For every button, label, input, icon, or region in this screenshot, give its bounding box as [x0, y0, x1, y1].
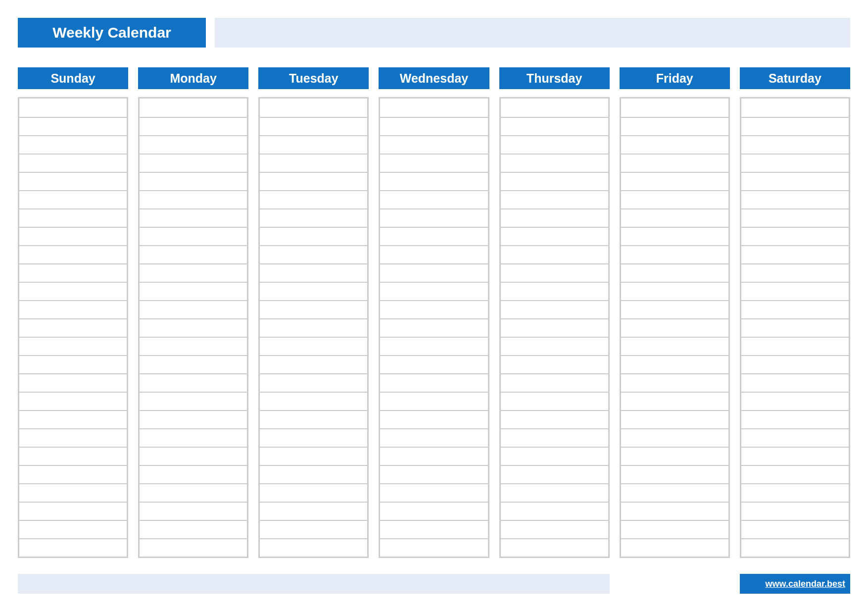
- calendar-slot[interactable]: [380, 154, 487, 172]
- calendar-slot[interactable]: [501, 263, 608, 282]
- calendar-slot[interactable]: [260, 172, 367, 190]
- calendar-slot[interactable]: [380, 117, 487, 135]
- calendar-slot[interactable]: [501, 392, 608, 410]
- calendar-slot[interactable]: [140, 190, 247, 208]
- calendar-slot[interactable]: [260, 337, 367, 355]
- calendar-slot[interactable]: [140, 538, 247, 557]
- calendar-slot[interactable]: [380, 428, 487, 447]
- calendar-slot[interactable]: [501, 465, 608, 483]
- calendar-slot[interactable]: [621, 410, 728, 428]
- calendar-slot[interactable]: [741, 282, 849, 300]
- calendar-slot[interactable]: [621, 135, 728, 154]
- calendar-slot[interactable]: [19, 282, 127, 300]
- calendar-slot[interactable]: [380, 208, 487, 227]
- calendar-slot[interactable]: [140, 520, 247, 538]
- calendar-slot[interactable]: [501, 447, 608, 465]
- calendar-slot[interactable]: [501, 117, 608, 135]
- calendar-slot[interactable]: [140, 483, 247, 502]
- calendar-slot[interactable]: [19, 483, 127, 502]
- calendar-slot[interactable]: [19, 172, 127, 190]
- calendar-slot[interactable]: [19, 154, 127, 172]
- calendar-slot[interactable]: [621, 154, 728, 172]
- calendar-slot[interactable]: [501, 373, 608, 392]
- calendar-slot[interactable]: [140, 373, 247, 392]
- calendar-slot[interactable]: [501, 282, 608, 300]
- calendar-slot[interactable]: [260, 263, 367, 282]
- calendar-slot[interactable]: [621, 520, 728, 538]
- calendar-slot[interactable]: [380, 355, 487, 373]
- calendar-slot[interactable]: [621, 300, 728, 318]
- calendar-slot[interactable]: [140, 245, 247, 263]
- calendar-slot[interactable]: [741, 520, 849, 538]
- calendar-slot[interactable]: [380, 172, 487, 190]
- calendar-slot[interactable]: [741, 154, 849, 172]
- calendar-slot[interactable]: [140, 502, 247, 520]
- calendar-slot[interactable]: [621, 245, 728, 263]
- calendar-slot[interactable]: [380, 502, 487, 520]
- calendar-slot[interactable]: [501, 154, 608, 172]
- calendar-slot[interactable]: [19, 300, 127, 318]
- calendar-slot[interactable]: [140, 447, 247, 465]
- calendar-slot[interactable]: [501, 172, 608, 190]
- calendar-slot[interactable]: [140, 428, 247, 447]
- calendar-slot[interactable]: [741, 502, 849, 520]
- calendar-slot[interactable]: [260, 300, 367, 318]
- calendar-slot[interactable]: [380, 227, 487, 245]
- calendar-slot[interactable]: [741, 483, 849, 502]
- calendar-slot[interactable]: [140, 410, 247, 428]
- calendar-slot[interactable]: [501, 410, 608, 428]
- calendar-slot[interactable]: [260, 483, 367, 502]
- calendar-slot[interactable]: [741, 465, 849, 483]
- calendar-slot[interactable]: [501, 502, 608, 520]
- calendar-slot[interactable]: [621, 502, 728, 520]
- calendar-slot[interactable]: [621, 392, 728, 410]
- calendar-slot[interactable]: [741, 245, 849, 263]
- calendar-slot[interactable]: [380, 465, 487, 483]
- calendar-slot[interactable]: [19, 337, 127, 355]
- calendar-slot[interactable]: [621, 337, 728, 355]
- calendar-slot[interactable]: [741, 135, 849, 154]
- calendar-slot[interactable]: [260, 520, 367, 538]
- calendar-slot[interactable]: [741, 117, 849, 135]
- calendar-slot[interactable]: [501, 245, 608, 263]
- calendar-slot[interactable]: [380, 282, 487, 300]
- calendar-slot[interactable]: [140, 154, 247, 172]
- calendar-slot[interactable]: [621, 373, 728, 392]
- calendar-slot[interactable]: [19, 355, 127, 373]
- calendar-slot[interactable]: [621, 428, 728, 447]
- calendar-slot[interactable]: [501, 520, 608, 538]
- calendar-slot[interactable]: [140, 392, 247, 410]
- calendar-slot[interactable]: [260, 135, 367, 154]
- calendar-slot[interactable]: [501, 538, 608, 557]
- calendar-slot[interactable]: [380, 318, 487, 337]
- calendar-slot[interactable]: [741, 538, 849, 557]
- calendar-slot[interactable]: [260, 538, 367, 557]
- calendar-slot[interactable]: [140, 227, 247, 245]
- calendar-slot[interactable]: [260, 227, 367, 245]
- calendar-slot[interactable]: [501, 428, 608, 447]
- calendar-slot[interactable]: [380, 483, 487, 502]
- calendar-slot[interactable]: [380, 300, 487, 318]
- calendar-slot[interactable]: [741, 428, 849, 447]
- calendar-slot[interactable]: [741, 392, 849, 410]
- calendar-slot[interactable]: [19, 227, 127, 245]
- calendar-slot[interactable]: [501, 208, 608, 227]
- calendar-slot[interactable]: [380, 245, 487, 263]
- calendar-slot[interactable]: [741, 99, 849, 117]
- calendar-slot[interactable]: [260, 355, 367, 373]
- calendar-slot[interactable]: [260, 392, 367, 410]
- calendar-slot[interactable]: [19, 447, 127, 465]
- calendar-slot[interactable]: [501, 135, 608, 154]
- calendar-slot[interactable]: [741, 208, 849, 227]
- calendar-slot[interactable]: [380, 410, 487, 428]
- calendar-slot[interactable]: [19, 99, 127, 117]
- calendar-slot[interactable]: [260, 373, 367, 392]
- calendar-slot[interactable]: [380, 373, 487, 392]
- calendar-slot[interactable]: [380, 447, 487, 465]
- calendar-slot[interactable]: [19, 318, 127, 337]
- calendar-slot[interactable]: [260, 117, 367, 135]
- calendar-slot[interactable]: [741, 355, 849, 373]
- calendar-slot[interactable]: [621, 465, 728, 483]
- calendar-slot[interactable]: [380, 392, 487, 410]
- calendar-slot[interactable]: [19, 190, 127, 208]
